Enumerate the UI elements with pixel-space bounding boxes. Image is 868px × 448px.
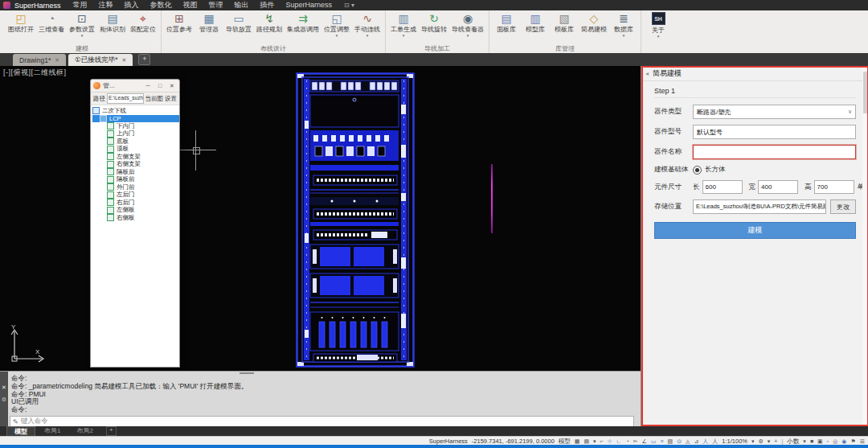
palette-title-bar[interactable]: 管... ─ □ ✕ — [91, 80, 179, 92]
dropdown-arrow-icon[interactable]: ▾ — [336, 33, 338, 38]
tab-close-icon[interactable]: ✕ — [55, 57, 59, 64]
quick-properties-icon[interactable]: ■ — [810, 438, 813, 444]
tree-item[interactable]: 右侧板 — [92, 214, 179, 222]
tab-drawing1[interactable]: Drawing1* ✕ — [13, 54, 66, 66]
dropdown-arrow-icon[interactable]: ▾ — [623, 33, 625, 38]
current-drawing-button[interactable]: 当前图 — [145, 95, 164, 103]
path-input[interactable]: E:\Leads_suzhou\ — [107, 93, 144, 104]
tree-item[interactable]: 左侧支架 — [92, 153, 179, 161]
lock-ui-icon[interactable]: ▣ — [817, 438, 823, 445]
tool-rail-placement[interactable]: ▭ 导轨放置 — [223, 11, 254, 39]
tree-item[interactable]: 外门前 — [92, 183, 179, 191]
selection-cycling-icon[interactable]: ⊙ — [677, 438, 682, 445]
tree-item[interactable]: 下内门 — [92, 122, 179, 130]
panel-scrollbar[interactable] — [862, 67, 868, 425]
units-setting[interactable]: 小数 — [787, 438, 799, 446]
viewport-controls[interactable]: [-][俯视][二维线框] — [3, 68, 67, 78]
annotation-visibility-icon[interactable]: 人 — [702, 438, 708, 446]
annotation-monitor-icon[interactable]: + — [774, 438, 777, 444]
3d-object-snap-icon[interactable]: ◬ — [686, 438, 690, 445]
tree-item[interactable]: 左侧板 — [92, 207, 179, 215]
workspace-gear-icon[interactable]: ⚙ — [759, 438, 764, 445]
annotation-autoscale-icon[interactable]: 人 — [712, 438, 718, 446]
scale-dropdown-icon[interactable]: ▾ — [751, 438, 755, 445]
tool-wire-rotate[interactable]: ↻ 导线旋转 — [419, 11, 449, 39]
component-type-select[interactable]: 断路器/塑壳 ∨ — [693, 105, 856, 119]
annotation-scale[interactable]: 1:1/100% — [722, 438, 747, 445]
tool-cabinet-recognition[interactable]: ▤ 柜体识别 — [97, 11, 128, 39]
dropdown-arrow-icon[interactable]: ▾ — [403, 33, 405, 38]
component-model-input[interactable] — [693, 125, 856, 139]
width-input[interactable] — [758, 180, 798, 194]
drawing-canvas[interactable]: [-][俯视][二维线框] — [0, 66, 641, 371]
cuboid-radio[interactable] — [693, 166, 702, 175]
object-snap-tracking-icon[interactable]: ∠ — [642, 438, 647, 445]
ribbon-options-icon[interactable]: ⊡ ▾ — [344, 2, 354, 9]
hardware-accel-icon[interactable]: ◉ — [841, 438, 846, 445]
dropdown-arrow-icon[interactable]: ▾ — [657, 34, 660, 39]
tab-close-icon[interactable]: ✕ — [122, 57, 127, 64]
settings-button[interactable]: 设置 — [165, 95, 177, 103]
component-name-input[interactable] — [693, 145, 856, 159]
tab-layout1[interactable]: 布局1 — [37, 426, 68, 436]
tree-item[interactable]: 隔板后 — [92, 168, 179, 176]
tool-assembly-positioning[interactable]: ⌖ 装配定位 — [128, 11, 158, 39]
tree-root-secondary-wiring[interactable]: 二次下线 — [92, 107, 179, 115]
tool-open-drawing[interactable]: ◰ 图纸打开 — [6, 11, 36, 39]
tool-panel-library[interactable]: ▤ 面板库 — [492, 11, 521, 39]
tool-wire-viewer[interactable]: ◉ 导线查看器 ▾ — [449, 11, 486, 39]
tree-group-lcp[interactable]: LCP — [92, 115, 179, 123]
maximize-icon[interactable]: □ — [155, 83, 165, 88]
workspace-name[interactable]: SuperHarness — [429, 438, 468, 445]
close-icon[interactable]: ✕ — [167, 83, 177, 89]
tool-position-adjust[interactable]: ◱ 位置调整 ▾ — [321, 11, 352, 39]
lineweight-icon[interactable]: ≡ — [660, 438, 663, 444]
menu-superharness[interactable]: SuperHarness — [280, 0, 338, 10]
tab-wired-complete[interactable]: ①已接线完毕* ✕ — [68, 54, 133, 66]
dropdown-arrow-icon[interactable]: ▾ — [366, 33, 369, 38]
grid-dropdown-icon[interactable]: ▾ — [593, 438, 596, 445]
isodraft-icon[interactable]: ✂ — [633, 438, 638, 445]
gear-dropdown-icon[interactable]: ▾ — [768, 438, 771, 445]
dropdown-arrow-icon[interactable]: ▾ — [81, 33, 84, 38]
tool-3d-view[interactable]: ◔ 三维查看 — [36, 11, 67, 39]
menu-insert[interactable]: 插入 — [119, 0, 145, 10]
snap-grid-icon[interactable]: ▤ — [583, 438, 589, 445]
command-input[interactable]: ✎ 键入命令 — [10, 416, 634, 427]
transparency-icon[interactable]: ▨ — [668, 438, 674, 445]
infer-constraints-icon[interactable]: ⌐ — [600, 438, 604, 444]
units-dropdown-icon[interactable]: ▾ — [803, 438, 806, 445]
tool-param-settings[interactable]: ⊡ 参数设置 ▾ — [67, 11, 97, 39]
tool-work-order-generate[interactable]: ▥ 工单生成 ▾ — [388, 11, 419, 39]
ortho-icon[interactable]: ∟ — [616, 438, 622, 444]
minimize-icon[interactable]: ─ — [143, 83, 153, 88]
build-model-button[interactable]: 建模 — [654, 222, 856, 239]
tool-manual-wiring[interactable]: ∿ 手动连线 ▾ — [352, 11, 383, 39]
tree-item[interactable]: 右后门 — [92, 199, 179, 207]
dynamic-ucs-icon[interactable]: ⊿ — [694, 438, 698, 445]
menu-view[interactable]: 视图 — [178, 0, 203, 10]
new-layout-button[interactable]: + — [106, 426, 117, 436]
snap-mode-icon[interactable]: ⊹ — [608, 438, 612, 445]
close-icon[interactable]: ✕ — [2, 384, 6, 390]
tool-model-library[interactable]: ▥ 模型库 — [521, 11, 550, 39]
storage-path-input[interactable]: E:\Leads_suzhou\制造BU\A-PRD文档\元件简易建模 — [693, 199, 826, 214]
collapse-icon[interactable]: ◂ — [645, 70, 649, 77]
grid-display-icon[interactable]: ▦ — [575, 438, 580, 445]
tool-position-reference[interactable]: ⊞ 位置参考 — [164, 11, 194, 39]
dropdown-arrow-icon[interactable]: ▾ — [467, 33, 469, 38]
tool-integrator-call[interactable]: ⇉ 集成器调用 — [285, 11, 321, 39]
tree-item[interactable]: 上内门 — [92, 130, 179, 138]
tree-item[interactable]: 顶板 — [92, 146, 179, 154]
wrench-icon[interactable]: ⚙ — [2, 397, 6, 402]
height-input[interactable] — [814, 180, 854, 194]
menu-annotate[interactable]: 注释 — [93, 0, 119, 10]
tool-template-library[interactable]: ▧ 模板库 — [550, 11, 579, 39]
polar-tracking-icon[interactable]: ◔ — [625, 438, 628, 444]
notification-flag-icon[interactable]: ⚑ — [850, 438, 855, 445]
tool-manager[interactable]: ▦ 管理器 — [194, 11, 223, 39]
menu-manage[interactable]: 管理 — [203, 0, 229, 10]
tab-model[interactable]: 模型 — [6, 426, 35, 437]
tree-item[interactable]: 底板 — [92, 138, 179, 146]
change-path-button[interactable]: 更改 — [830, 199, 856, 214]
